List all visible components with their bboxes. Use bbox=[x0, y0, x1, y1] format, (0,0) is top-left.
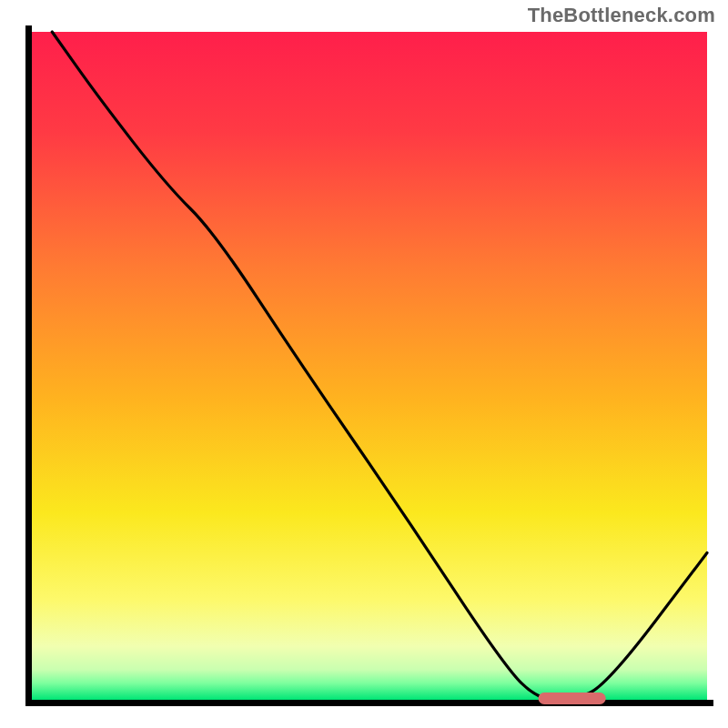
x-axis bbox=[25, 700, 713, 706]
watermark-text: TheBottleneck.com bbox=[528, 4, 715, 27]
chart-svg bbox=[0, 0, 728, 728]
bottleneck-chart bbox=[0, 0, 728, 728]
chart-background bbox=[32, 32, 707, 700]
y-axis bbox=[25, 25, 32, 706]
optimal-region-marker bbox=[539, 693, 606, 704]
